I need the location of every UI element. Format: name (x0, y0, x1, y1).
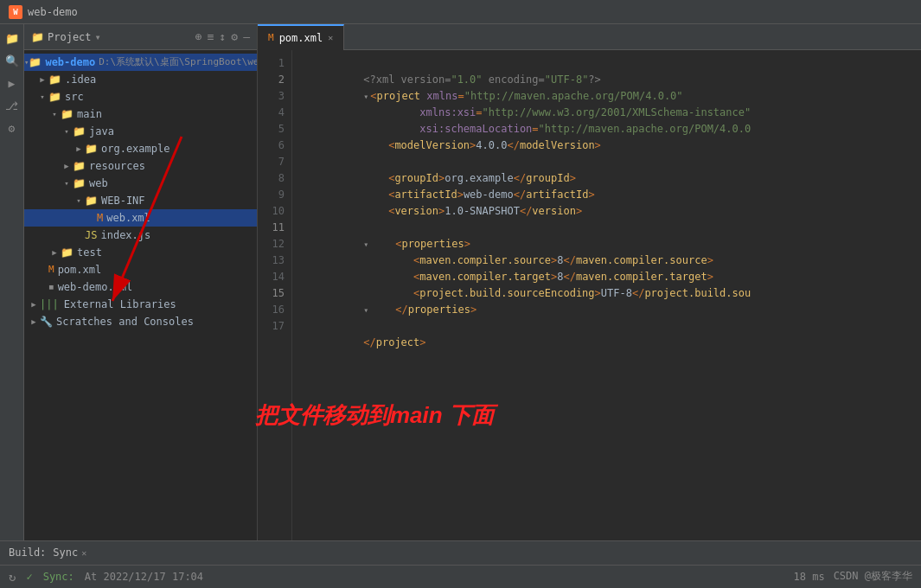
line-num-8: 8 (258, 170, 291, 187)
code-area[interactable]: <?xml version="1.0" encoding="UTF-8"?> ▾… (292, 50, 921, 540)
tree-idea[interactable]: ▶ 📁 .idea (24, 71, 257, 88)
project-header: 📁 Project ▾ ⊕ ≡ ↕ ⚙ — (24, 24, 257, 50)
tree-resources[interactable]: ▶ 📁 resources (24, 157, 257, 175)
tree-src[interactable]: ▾ 📁 src (24, 88, 257, 105)
line-num-17: 17 (258, 318, 291, 335)
sync-check-icon: ✓ (26, 571, 32, 583)
pom-tab-icon: M (268, 32, 274, 43)
tree-org-example[interactable]: ▶ 📁 org.example (24, 140, 257, 157)
sync-tab-close[interactable]: ✕ (81, 548, 86, 558)
line-num-3: 3 (258, 88, 291, 105)
line-num-16: 16 (258, 302, 291, 318)
build-content: ↻ ✓ Sync: At 2022/12/17 17:04 18 ms CSDN… (0, 566, 921, 589)
tab-close-button[interactable]: ✕ (328, 33, 333, 42)
activity-run[interactable]: ▶ (3, 74, 22, 93)
app-icon: W (9, 5, 22, 19)
bottom-bar: Build: Sync ✕ ↻ ✓ Sync: At 2022/12/17 17… (0, 540, 921, 588)
line-num-5: 5 (258, 121, 291, 137)
tab-filename: pom.xml (279, 32, 323, 44)
sync-status-label: Sync: (43, 571, 74, 583)
tree-iml[interactable]: ◾ web-demo.iml (24, 278, 257, 296)
activity-settings[interactable]: ⚙ (3, 118, 22, 137)
ms-badge: 18 ms (794, 571, 825, 583)
line-num-15: 15 (258, 285, 291, 302)
line-num-1: 1 (258, 55, 291, 72)
sync-tab[interactable]: Sync ✕ (53, 546, 86, 559)
line-num-4: 4 (258, 105, 291, 121)
line-num-12: 12 (258, 236, 291, 252)
main-layout: 📁 🔍 ▶ ⎇ ⚙ 📁 Project ▾ ⊕ ≡ ↕ ⚙ — (0, 24, 921, 540)
line-num-11: 11 (258, 220, 291, 236)
activity-search[interactable]: 🔍 (3, 51, 22, 70)
sort-icon[interactable]: ↕ (220, 30, 227, 43)
line-num-9: 9 (258, 187, 291, 203)
tree-index-js[interactable]: JS index.js (24, 227, 257, 244)
build-right: 18 ms CSDN @极客李华 (794, 569, 912, 584)
activity-bar: 📁 🔍 ▶ ⎇ ⚙ (0, 24, 24, 540)
sync-time: At 2022/12/17 17:04 (85, 571, 203, 583)
activity-git[interactable]: ⎇ (3, 96, 22, 115)
tree-web-inf[interactable]: ▾ 📁 WEB-INF (24, 192, 257, 209)
tree-web[interactable]: ▾ 📁 web (24, 175, 257, 192)
tree-web-xml[interactable]: M web.xml (24, 209, 257, 227)
tree-pom-xml[interactable]: M pom.xml (24, 261, 257, 278)
settings-icon[interactable]: ⚙ (231, 30, 238, 43)
minimize-icon[interactable]: — (243, 30, 250, 43)
tree-java[interactable]: ▾ 📁 java (24, 123, 257, 140)
collapse-icon[interactable]: ≡ (208, 30, 214, 43)
activity-project[interactable]: 📁 (3, 29, 22, 48)
tree-external-libs[interactable]: ▶ ||| External Libraries (24, 296, 257, 313)
sync-refresh-button[interactable]: ↻ (9, 570, 16, 584)
editor-content: 1 2 3 4 5 6 7 8 9 10 11 12 13 14 15 16 1… (258, 50, 921, 540)
build-tabs: Build: Sync ✕ (0, 541, 921, 566)
tab-bar: M pom.xml ✕ (258, 24, 921, 50)
code-line-17: </project> (301, 318, 912, 335)
project-header-icons: ⊕ ≡ ↕ ⚙ — (195, 30, 250, 43)
line-numbers: 1 2 3 4 5 6 7 8 9 10 11 12 13 14 15 16 1… (258, 50, 292, 540)
project-tree: ▾ 📁 web-demo D:\系统默认\桌面\SpringBoot\web-d… (24, 50, 257, 540)
app-title: web-demo (28, 6, 78, 18)
line-num-14: 14 (258, 269, 291, 285)
sync-tab-label: Sync (53, 546, 78, 559)
watermark-text: CSDN @极客李华 (834, 569, 912, 584)
line-num-10: 10 (258, 203, 291, 220)
line-num-6: 6 (258, 137, 291, 154)
title-bar: W web-demo (0, 0, 921, 24)
tree-root[interactable]: ▾ 📁 web-demo D:\系统默认\桌面\SpringBoot\web-d… (24, 54, 257, 71)
editor-tab-pom[interactable]: M pom.xml ✕ (258, 24, 344, 50)
code-line-1: <?xml version="1.0" encoding="UTF-8"?> (301, 55, 912, 72)
line-num-13: 13 (258, 252, 291, 269)
tree-scratches[interactable]: ▶ 🔧 Scratches and Consoles (24, 313, 257, 330)
locate-icon[interactable]: ⊕ (195, 30, 202, 43)
build-label: Build: (9, 546, 46, 559)
line-num-2: 2 (258, 72, 291, 88)
project-panel: 📁 Project ▾ ⊕ ≡ ↕ ⚙ — ▾ 📁 web-demo D:\系统… (24, 24, 258, 540)
tree-main[interactable]: ▾ 📁 main (24, 105, 257, 123)
tree-test[interactable]: ▶ 📁 test (24, 244, 257, 261)
editor-area: M pom.xml ✕ 1 2 3 4 5 6 7 8 9 10 11 12 1… (258, 24, 921, 540)
code-line-7: <groupId>org.example</groupId> (301, 154, 912, 170)
code-line-11: ▾ <properties> (301, 220, 912, 236)
project-header-title: 📁 Project ▾ (31, 31, 101, 43)
line-num-7: 7 (258, 154, 291, 170)
